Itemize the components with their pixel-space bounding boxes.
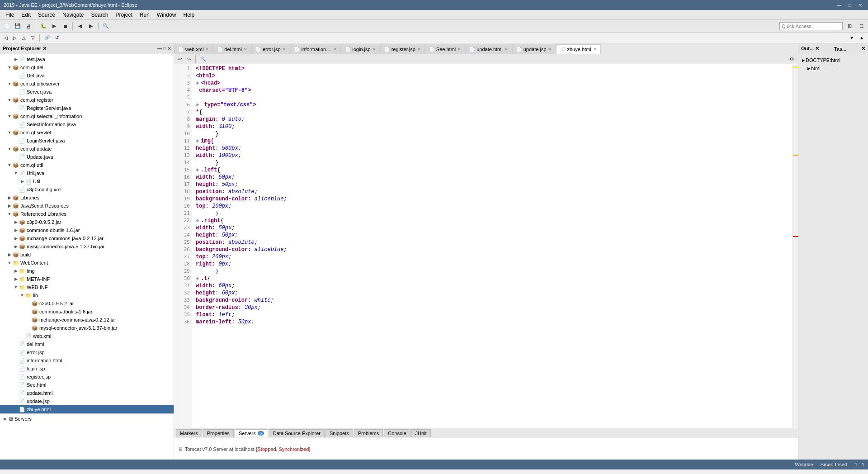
tree-item[interactable]: 📄 RegisterServlet.java: [0, 104, 174, 112]
tree-item[interactable]: 📄 LoginServlet.java: [0, 137, 174, 145]
redo-btn[interactable]: ↪: [185, 56, 193, 62]
menu-window[interactable]: Window: [153, 11, 180, 19]
tree-item[interactable]: 📄 See.html: [0, 381, 174, 389]
up-btn[interactable]: △: [20, 34, 28, 41]
tab-close-btn[interactable]: ✕: [373, 47, 376, 52]
minimize-button[interactable]: —: [835, 2, 844, 8]
bottom-tab[interactable]: Problems: [354, 429, 383, 437]
tree-item[interactable]: 📄 Del.java: [0, 71, 174, 80]
tree-item[interactable]: ▼ 📄 Util.java: [0, 169, 174, 177]
tree-item[interactable]: ▼ 📦 com.qf.selectall_information: [0, 112, 174, 120]
tab-close-btn[interactable]: ✕: [244, 47, 247, 52]
tree-item[interactable]: ▶ 📦 mchange-commons-java-0.2.12.jar: [0, 234, 174, 242]
tree-item[interactable]: ▶ 📄 Util: [0, 177, 174, 185]
stop-button[interactable]: ⏹: [60, 21, 70, 31]
tab-close-btn[interactable]: ✕: [417, 47, 421, 52]
tree-item[interactable]: 📄 zhuye.html: [0, 405, 174, 413]
quick-access-input[interactable]: [779, 22, 843, 30]
print-button[interactable]: 🖨: [24, 21, 33, 31]
search-button[interactable]: 🔍: [101, 21, 111, 31]
tree-item[interactable]: 📦 mchange-commons-java-0.2.12.jar: [0, 316, 174, 324]
tab-close-btn[interactable]: ✕: [333, 47, 337, 52]
tree-item[interactable]: 📄 information.html: [0, 356, 174, 365]
link-btn[interactable]: 🔗: [42, 34, 52, 41]
bottom-tab[interactable]: Snippets: [326, 429, 353, 437]
tree-item[interactable]: 📄 update.html: [0, 389, 174, 397]
editor-tab[interactable]: 📄 del.html ✕: [213, 44, 251, 54]
right-close-btn[interactable]: ✕: [861, 46, 865, 52]
tree-item[interactable]: ▼ 📁 WebContent: [0, 259, 174, 267]
tree-item[interactable]: ▼ 📦 com.qf.del: [0, 63, 174, 71]
tab-close-btn[interactable]: ✕: [505, 47, 508, 52]
prev-button[interactable]: ◀: [75, 21, 85, 31]
run-button[interactable]: ▶: [49, 21, 59, 31]
save-button[interactable]: 💾: [13, 21, 23, 31]
back-btn[interactable]: ◁: [2, 34, 10, 41]
tree-item[interactable]: ▶ 📦 mysql-connector-java-5.1.37-bin.jar: [0, 242, 174, 251]
tree-item[interactable]: ▶ 📁 img: [0, 267, 174, 275]
tree-item[interactable]: 📄 web.xml: [0, 332, 174, 340]
editor-tab[interactable]: 📄 update.html ✕: [465, 44, 512, 54]
tree-item[interactable]: 📄 del.html: [0, 340, 174, 348]
tree-item[interactable]: ▼ 📦 com.qf.jdbcserver: [0, 80, 174, 88]
tree-item[interactable]: 📦 mysql-connector-java-5.1.37-bin.jar: [0, 324, 174, 332]
tree-item[interactable]: ▼ 📦 com.qf.util: [0, 161, 174, 169]
minimize-panel-btn[interactable]: —: [157, 46, 162, 51]
tree-item[interactable]: ▼ 📦 com.qf.servlet: [0, 128, 174, 137]
tree-item[interactable]: 📄 register.jsp: [0, 373, 174, 381]
tree-item[interactable]: ▼ 📁 lib: [0, 291, 174, 299]
find-btn[interactable]: 🔍: [198, 56, 208, 62]
editor-tab[interactable]: 📄 See.html ✕: [425, 44, 465, 54]
outline-doctype[interactable]: ▶ DOCTYPE:html: [800, 56, 866, 64]
collapse-btn[interactable]: ▼: [847, 34, 856, 41]
tree-item[interactable]: ▶ 📄 test.java: [0, 55, 174, 63]
tree-item[interactable]: ▶ 📦 build: [0, 251, 174, 259]
editor-tab[interactable]: 📄 information.... ✕: [290, 44, 341, 54]
servers-tree-item[interactable]: ▶ 🖥 Servers: [2, 415, 172, 423]
editor-options-btn[interactable]: ⚙: [788, 56, 796, 62]
maximize-panel-btn[interactable]: □: [163, 46, 166, 51]
editor-tab[interactable]: 📄 register.jsp ✕: [380, 44, 425, 54]
outline-html[interactable]: ▶ html: [800, 64, 866, 72]
tab-close-btn[interactable]: ✕: [548, 47, 552, 52]
expand-btn[interactable]: ▲: [857, 34, 866, 41]
fwd-btn[interactable]: ▷: [11, 34, 19, 41]
menu-help[interactable]: Help: [180, 11, 198, 19]
tree-item[interactable]: ▶ 📦 Libraries: [0, 194, 174, 202]
bottom-tab[interactable]: Servers5: [235, 429, 268, 437]
bottom-tab[interactable]: JUnit: [411, 429, 431, 437]
tree-item[interactable]: 📦 c3p0-0.9.5.2.jar: [0, 299, 174, 308]
refresh-btn[interactable]: ↺: [53, 34, 61, 41]
tab-close-btn[interactable]: ✕: [283, 47, 286, 52]
perspectives-button[interactable]: ⊞: [844, 21, 854, 31]
editor-tab[interactable]: 📄 login.jsp ✕: [341, 44, 380, 54]
tree-item[interactable]: ▶ 📦 JavaScript Resources: [0, 202, 174, 210]
layout-button[interactable]: ⊟: [856, 21, 866, 31]
tree-item[interactable]: ▼ 📁 WEB-INF: [0, 283, 174, 291]
tree-item[interactable]: 📄 Server.java: [0, 88, 174, 96]
close-panel-btn[interactable]: ✕: [167, 46, 171, 51]
tree-item[interactable]: ▼ 📦 com.qf.register: [0, 96, 174, 104]
menu-edit[interactable]: Edit: [18, 11, 34, 19]
tree-item[interactable]: 📄 SelectInformation.java: [0, 120, 174, 128]
tree-item[interactable]: 📦 commons-dbutils-1.6.jar: [0, 308, 174, 316]
editor-tab[interactable]: 📄 error.jsp ✕: [251, 44, 290, 54]
bottom-tab[interactable]: Markers: [176, 429, 202, 437]
menu-project[interactable]: Project: [112, 11, 136, 19]
menu-file[interactable]: File: [2, 11, 18, 19]
editor-tab[interactable]: 📄 web.xml ✕: [174, 44, 213, 54]
debug-button[interactable]: 🐛: [38, 21, 48, 31]
close-button[interactable]: ✕: [856, 2, 864, 8]
tree-item[interactable]: ▼ 📦 Referenced Libraries: [0, 210, 174, 218]
maximize-button[interactable]: □: [846, 2, 854, 8]
menu-navigate[interactable]: Navigate: [59, 11, 87, 19]
undo-btn[interactable]: ↩: [176, 56, 184, 62]
editor-tab[interactable]: 📄 zhuye.html ✕: [556, 44, 601, 54]
tree-item[interactable]: ▶ 📦 commons-dbutils-1.6.jar: [0, 226, 174, 234]
next-button[interactable]: ▶: [86, 21, 96, 31]
bottom-tab[interactable]: Console: [384, 429, 410, 437]
menu-search[interactable]: Search: [87, 11, 112, 19]
tree-item[interactable]: 📄 error.jsp: [0, 348, 174, 356]
down-btn[interactable]: ▽: [29, 34, 37, 41]
new-button[interactable]: 📄: [2, 21, 12, 31]
